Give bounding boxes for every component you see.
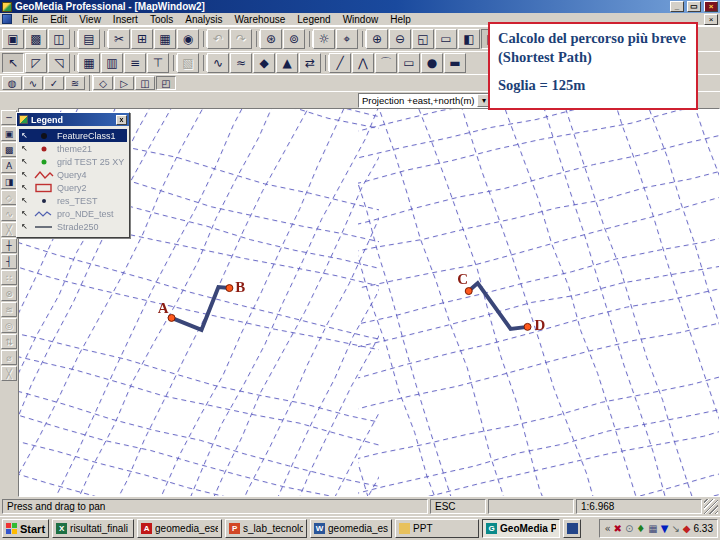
legend-item-grid-test-25-xy[interactable]: ↖grid TEST 25 XY [19, 155, 127, 168]
place-polyline-button[interactable]: ⋀ [352, 53, 374, 73]
task-geomedia-eserci-button[interactable]: Ageomedia_eserci... [137, 519, 222, 538]
place-arc-button[interactable]: ⌒ [375, 53, 397, 73]
legend-item-res-test[interactable]: ↖res_TEST [19, 194, 127, 207]
legend-item-pro-nde-test[interactable]: ↖pro_NDE_test [19, 207, 127, 220]
select-tool-button[interactable]: ↖ [2, 53, 24, 73]
fit-map-button[interactable]: ▣ [1, 126, 17, 141]
print-button[interactable]: ▤ [78, 29, 100, 49]
update-tray-icon[interactable]: ◆ [683, 524, 691, 534]
menu-insert[interactable]: Insert [107, 13, 144, 26]
close-button[interactable]: × [704, 1, 718, 12]
download-tray-icon[interactable]: ▼ [661, 524, 669, 534]
task-ppt-button[interactable]: PPT [395, 519, 479, 538]
network-error-icon[interactable]: ✖ [614, 524, 622, 534]
zoom-in-button[interactable]: ⊕ [366, 29, 388, 49]
insert-vertex-button[interactable]: ▲ [276, 53, 298, 73]
edit-vertex-button[interactable]: ◆ [253, 53, 275, 73]
legend-item-featureclass1[interactable]: ↖FeatureClass1 [19, 129, 127, 142]
layer-display-button[interactable]: ▩ [1, 142, 17, 157]
pan-view-button[interactable]: ◧ [458, 29, 480, 49]
open-geoworkspace-button[interactable]: ▩ [25, 29, 47, 49]
cut-button[interactable]: ✂ [108, 29, 130, 49]
vector-trace-button[interactable]: ∿ [23, 76, 43, 90]
new-geoworkspace-button[interactable]: ▣ [2, 29, 24, 49]
settings-tray-icon[interactable]: ⊙ [625, 524, 633, 534]
node-point-c[interactable] [465, 288, 472, 295]
buffer-zone-button[interactable]: ◇ [93, 76, 113, 90]
measure-tool-button[interactable]: ─ [1, 110, 17, 125]
legend-item-query4[interactable]: ↖Query4 [19, 168, 127, 181]
continue-geometry-button[interactable]: ≈ [230, 53, 252, 73]
projection-dropdown[interactable]: Projection +east,+north(m) ▾ [358, 93, 492, 108]
legend-title-bar[interactable]: Legend x [17, 113, 129, 126]
mouse-tray-icon[interactable]: ↘ [671, 524, 679, 534]
fit-view-button[interactable]: ▭ [435, 29, 457, 49]
place-circle-button[interactable]: ● [421, 53, 443, 73]
place-rectangle-button[interactable]: ▭ [398, 53, 420, 73]
node-point-d[interactable] [524, 323, 531, 330]
menu-view[interactable]: View [73, 13, 107, 26]
legend-item-query2[interactable]: ↖Query2 [19, 181, 127, 194]
redo-button: ↷ [230, 29, 252, 49]
resize-grip[interactable] [704, 499, 718, 514]
text-tool-button[interactable]: A [1, 158, 17, 173]
analysis-region-button[interactable]: ◰ [156, 76, 176, 90]
zoom-area-button[interactable]: ◱ [412, 29, 434, 49]
split-window-button[interactable]: ▥ [101, 53, 123, 73]
start-button[interactable]: Start [2, 519, 49, 538]
select-by-fence-button[interactable]: ◹ [48, 53, 70, 73]
menu-legend[interactable]: Legend [291, 13, 336, 26]
align-rows-button[interactable]: ≡ [124, 53, 146, 73]
menu-edit[interactable]: Edit [44, 13, 73, 26]
minimize-button[interactable]: _ [670, 1, 684, 12]
antivirus-icon[interactable]: ♦ [636, 524, 645, 534]
node-point-b[interactable] [226, 285, 233, 292]
menu-tools[interactable]: Tools [144, 13, 179, 26]
redigitize-button[interactable]: ⇄ [299, 53, 321, 73]
dimension-tool-button[interactable]: ┤ [1, 254, 17, 269]
save-geoworkspace-button[interactable]: ◫ [48, 29, 70, 49]
map-window-icon [2, 14, 12, 24]
menu-help[interactable]: Help [384, 13, 417, 26]
legend-entries: ↖FeatureClass1↖theme21↖grid TEST 25 XY↖Q… [17, 126, 129, 237]
mdi-close-button[interactable]: × [704, 14, 718, 25]
task-geomedia-eserc-button[interactable]: Wgeomedia_eserc... [310, 519, 392, 538]
tray-collapse-icon[interactable]: « [604, 524, 610, 534]
thematic-panel-button[interactable]: ◫ [135, 76, 155, 90]
display-style-button[interactable]: ☼ [313, 29, 335, 49]
data-window-button[interactable]: ▦ [78, 53, 100, 73]
connectivity-button[interactable]: ≋ [65, 76, 85, 90]
restore-button[interactable]: ▭ [687, 1, 701, 12]
copy-button[interactable]: ⊞ [131, 29, 153, 49]
place-area-button[interactable]: ▬ [444, 53, 466, 73]
task-risultati-finali-button[interactable]: Xrisultati_finali [52, 519, 134, 538]
task-geomedia-prof-button[interactable]: GGeoMedia Prof... [482, 519, 560, 538]
image-registration-button[interactable]: ◍ [2, 76, 22, 90]
select-by-area-button[interactable]: ◸ [25, 53, 47, 73]
paste-button[interactable]: ▦ [154, 29, 176, 49]
column-tools-button[interactable]: ⊤ [147, 53, 169, 73]
task-s-lab-tecnolog-button[interactable]: Ps_lab_tecnolog... [225, 519, 307, 538]
legend-item-strade250[interactable]: ↖Strade250 [19, 220, 127, 233]
display-tray-icon[interactable]: ▦ [648, 524, 657, 534]
label-tool-button[interactable]: ◨ [1, 174, 17, 189]
validate-geometry-button[interactable]: ✓ [44, 76, 64, 90]
locate-target-button[interactable]: ⌖ [336, 29, 358, 49]
world-locate-button[interactable]: ⊚ [283, 29, 305, 49]
menu-warehouse[interactable]: Warehouse [228, 13, 291, 26]
insert-feature-button[interactable]: ∿ [207, 53, 229, 73]
node-point-a[interactable] [168, 314, 175, 321]
zoom-out-button[interactable]: ⊖ [389, 29, 411, 49]
menu-analysis[interactable]: Analysis [179, 13, 228, 26]
world-fit-button[interactable]: ⊛ [260, 29, 282, 49]
spatial-query-button[interactable]: ▷ [114, 76, 134, 90]
legend-item-theme21[interactable]: ↖theme21 [19, 142, 127, 155]
copy-image-button[interactable]: ◉ [177, 29, 199, 49]
place-line-button[interactable]: ╱ [329, 53, 351, 73]
legend-close-icon[interactable]: x [116, 115, 127, 125]
crosshair-tool-button[interactable]: ┼ [1, 238, 17, 253]
menu-file[interactable]: File [16, 13, 44, 26]
task-item-button[interactable] [563, 519, 581, 538]
menu-window[interactable]: Window [337, 13, 385, 26]
system-tray: «✖⊙♦▦▼↘◆6.33 [599, 519, 718, 538]
